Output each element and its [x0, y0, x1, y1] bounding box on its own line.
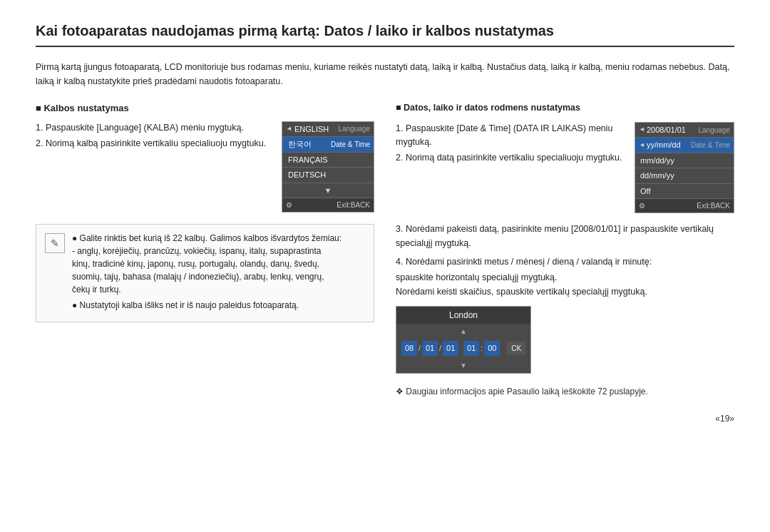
time-picker: London ▲ 08 / 01 / 01 01 : 00 CK ▼ — [396, 306, 531, 374]
lang-row-english: ◄ ENGLISH Language — [282, 122, 374, 138]
lang-row-german: DEUTSCH — [282, 168, 374, 183]
date-row-2008: ◄ 2008/01/01 Language — [635, 123, 734, 138]
note-icon: ✎ — [45, 233, 65, 253]
down-arrow-icon: ▼ — [460, 360, 467, 371]
lang-row-french: FRANÇAIS — [282, 153, 374, 168]
left-column: ■ Kalbos nustatymas 1. Paspauskite [Lang… — [36, 101, 374, 398]
time-segment-08: 08 — [401, 341, 417, 356]
time-segment-01-m: 01 — [422, 341, 438, 356]
right-step2: 2. Norimą datą pasirinkite vertikaliu sp… — [396, 151, 625, 165]
right-step4a: spauskite horizontalų specialųjį mygtuką… — [396, 270, 734, 285]
date-row-ddmmyy: dd/mm/yy — [635, 168, 734, 184]
note-box: ✎ ● Galite rinktis bet kurią iš 22 kalbų… — [36, 224, 374, 322]
right-step4: 4. Norėdami pasirinkti metus / mėnesį / … — [396, 255, 734, 269]
date-row-off: Off — [635, 184, 734, 200]
right-column: ■ Datos, laiko ir datos rodmens nustatym… — [396, 101, 734, 398]
exit-back-label: Exit:BACK — [337, 200, 370, 210]
right-step4b: Norėdami keisti skaičius, spauskite vert… — [396, 285, 734, 299]
lang-menu-bottom: ⚙ Exit:BACK — [282, 198, 374, 212]
lang-row-korean: 한국어 Date & Time — [282, 137, 374, 153]
time-picker-header: London — [396, 307, 530, 324]
right-step3: 3. Norėdami pakeisti datą, pasirinkite m… — [396, 222, 734, 250]
right-step1: 1. Paspauskite [Date & Time] (DATA IR LA… — [396, 122, 625, 149]
time-picker-segments: 08 / 01 / 01 01 : 00 CK — [396, 339, 530, 358]
time-segment-01-d: 01 — [443, 341, 458, 356]
ok-button: CK — [507, 342, 525, 355]
page-title: Kai fotoaparatas naudojamas pirmą kartą:… — [36, 21, 734, 47]
date-menu: ◄ 2008/01/01 Language ◄ yy/mm/dd Date & … — [635, 122, 734, 214]
time-picker-down-arrows: ▼ — [396, 358, 530, 373]
settings-icon: ⚙ — [639, 200, 645, 211]
language-menu: ◄ ENGLISH Language 한국어 Date & Time FRANÇ… — [282, 121, 374, 213]
arrow-icon: ◄ — [286, 124, 292, 134]
left-step1: 1. Paspauskite [Language] (KALBA) meniu … — [36, 121, 270, 135]
time-segment-01-h: 01 — [463, 341, 479, 356]
time-picker-up-arrows: ▲ — [396, 324, 530, 339]
lang-row-more: ▼ — [282, 183, 374, 199]
date-row-mmddyy: mm/dd/yy — [635, 153, 734, 169]
note-bullet-1: ● Galite rinktis bet kurią iš 22 kalbų. … — [72, 232, 365, 296]
date-row-yymmdd: ◄ yy/mm/dd Date & Time — [635, 138, 734, 153]
settings-icon: ⚙ — [286, 200, 292, 210]
up-arrow-icon: ▲ — [460, 326, 467, 337]
section1-title: ■ Kalbos nustatymas — [36, 101, 374, 116]
intro-text: Pirmą kartą įjungus fotoaparatą, LCD mon… — [36, 60, 734, 88]
left-step2: 2. Norimą kalbą pasirinkite vertikaliu s… — [36, 137, 270, 150]
footer-note: ❖ Daugiau informacijos apie Pasaulio lai… — [396, 385, 734, 398]
page-number: «19» — [36, 412, 734, 425]
note-bullet-2: ● Nustatytoji kalba išliks net ir iš nau… — [72, 299, 365, 312]
date-menu-bottom: ⚙ Exit:BACK — [635, 199, 734, 213]
exit-back-label: Exit:BACK — [697, 200, 730, 211]
time-segment-00: 00 — [484, 341, 500, 356]
section2-title: ■ Datos, laiko ir datos rodmens nustatym… — [396, 101, 734, 115]
